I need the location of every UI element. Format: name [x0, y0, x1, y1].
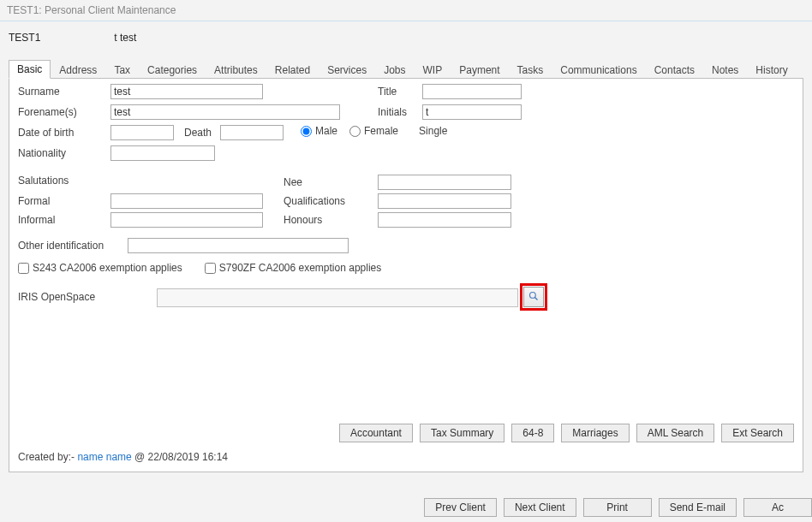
panel-button-row: AccountantTax Summary64-8MarriagesAML Se…: [339, 424, 794, 442]
input-surname[interactable]: [110, 84, 263, 99]
svg-point-0: [530, 292, 536, 298]
tab-history[interactable]: History: [747, 61, 796, 79]
button-marriages[interactable]: Marriages: [561, 424, 629, 442]
label-surname: Surname: [18, 86, 110, 98]
button-tax-summary[interactable]: Tax Summary: [420, 424, 505, 442]
label-nee: Nee: [284, 176, 378, 188]
tab-categories[interactable]: Categories: [139, 61, 206, 79]
tab-tasks[interactable]: Tasks: [509, 61, 552, 79]
label-openspace: IRIS OpenSpace: [18, 291, 95, 303]
tab-address[interactable]: Address: [51, 61, 105, 79]
label-s790zf: S790ZF CA2006 exemption applies: [219, 262, 381, 274]
label-formal: Formal: [18, 195, 110, 207]
tab-communications[interactable]: Communications: [552, 61, 645, 79]
label-otherident: Other identification: [18, 240, 128, 252]
window: TEST1: Personal Client Maintenance TEST1…: [0, 0, 812, 522]
client-code: TEST1: [9, 32, 111, 44]
input-nee[interactable]: [378, 175, 511, 190]
openspace-search-button[interactable]: [523, 287, 544, 307]
button-ac[interactable]: Ac: [743, 498, 812, 517]
tab-contacts[interactable]: Contacts: [646, 61, 703, 79]
button-next-client[interactable]: Next Client: [504, 498, 576, 517]
tab-jobs[interactable]: Jobs: [375, 61, 414, 79]
client-header: TEST1 t test: [0, 21, 812, 47]
label-initials: Initials: [378, 106, 422, 118]
label-single: Single: [419, 125, 447, 137]
input-forenames[interactable]: [110, 104, 340, 120]
label-death: Death: [184, 127, 212, 139]
button-accountant[interactable]: Accountant: [339, 424, 413, 442]
tab-tax[interactable]: Tax: [105, 61, 139, 79]
label-nationality: Nationality: [18, 147, 110, 159]
tab-basic[interactable]: Basic: [9, 60, 51, 79]
button-prev-client[interactable]: Prev Client: [424, 498, 497, 517]
tab-wip[interactable]: WIP: [415, 61, 451, 79]
label-qualifications: Qualifications: [284, 195, 378, 207]
button-print[interactable]: Print: [583, 498, 652, 517]
input-openspace[interactable]: [157, 288, 518, 307]
tab-strip: BasicAddressTaxCategoriesAttributesRelat…: [9, 59, 803, 79]
tab-notes[interactable]: Notes: [703, 61, 747, 79]
input-qualifications[interactable]: [378, 193, 511, 209]
search-icon: [528, 291, 539, 304]
label-informal: Informal: [18, 214, 110, 226]
tab-attributes[interactable]: Attributes: [206, 61, 266, 79]
input-honours[interactable]: [378, 212, 511, 228]
input-initials[interactable]: [422, 104, 522, 120]
radio-male[interactable]: Male: [301, 125, 337, 137]
input-nationality[interactable]: [110, 145, 215, 161]
svg-line-1: [535, 297, 538, 300]
label-title: Title: [378, 86, 422, 98]
label-honours: Honours: [284, 214, 378, 226]
button-send-e-mail[interactable]: Send E-mail: [659, 498, 737, 517]
label-salutations: Salutations: [18, 175, 69, 187]
created-by: Created by:- name name @ 22/08/2019 16:1…: [18, 451, 228, 463]
input-formal[interactable]: [110, 193, 263, 209]
window-title: TEST1: Personal Client Maintenance: [0, 0, 812, 21]
label-dob: Date of birth: [18, 127, 110, 139]
highlight-search: [520, 283, 547, 311]
input-otherident[interactable]: [128, 238, 349, 253]
label-forenames: Forename(s): [18, 106, 110, 118]
checkbox-s243[interactable]: S243 CA2006 exemption applies: [18, 262, 182, 274]
label-female: Female: [364, 125, 398, 137]
button-64-8[interactable]: 64-8: [511, 424, 554, 442]
label-male: Male: [315, 125, 337, 137]
tab-related[interactable]: Related: [266, 61, 319, 79]
tab-panel-basic: Surname Title Forename(s) Initials Date …: [9, 79, 803, 472]
button-ext-search[interactable]: Ext Search: [721, 424, 794, 442]
created-suffix: @ 22/08/2019 16:14: [134, 451, 228, 463]
input-informal[interactable]: [110, 212, 263, 228]
footer-button-row: Prev ClientNext ClientPrintSend E-mailAc: [424, 498, 812, 517]
tab-services[interactable]: Services: [319, 61, 375, 79]
label-s243: S243 CA2006 exemption applies: [33, 262, 182, 274]
input-title[interactable]: [422, 84, 522, 99]
tab-payment[interactable]: Payment: [451, 61, 508, 79]
created-user-link[interactable]: name name: [77, 451, 131, 463]
checkbox-s790zf[interactable]: S790ZF CA2006 exemption applies: [205, 262, 381, 274]
button-aml-search[interactable]: AML Search: [636, 424, 715, 442]
input-death[interactable]: [220, 125, 284, 140]
radio-female[interactable]: Female: [349, 125, 398, 137]
client-name: t test: [114, 32, 136, 44]
created-prefix: Created by:-: [18, 451, 77, 463]
input-dob[interactable]: [110, 125, 174, 140]
